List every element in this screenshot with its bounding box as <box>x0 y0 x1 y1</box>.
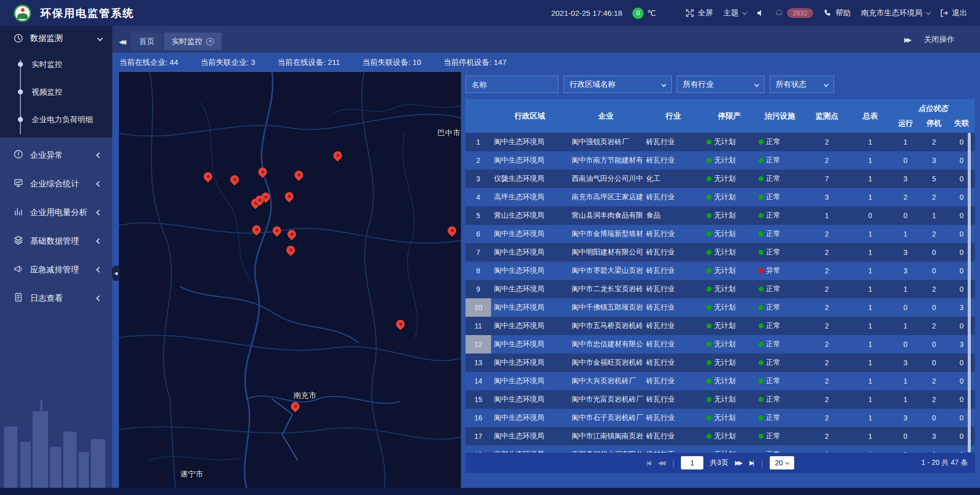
row-industry: 砖瓦行业 <box>643 151 703 170</box>
page-number-input[interactable] <box>681 456 703 469</box>
row-pollution-facility: 正常 <box>755 390 804 409</box>
sidebar-group-header-data-monitor[interactable]: 数据监测 <box>0 26 112 51</box>
row-region: 南部生态环境局 <box>491 445 569 453</box>
table-row[interactable]: 14 阆中生态环境局 阆中大兴页岩机砖厂 砖瓦行业 无计划 正常 2 1 1 2… <box>465 372 975 390</box>
table-row[interactable]: 5 营山生态环境局 营山县润丰肉食品有限 食品 无计划 正常 1 0 0 1 0 <box>465 206 975 225</box>
first-page-icon[interactable]: |◀ <box>646 459 651 466</box>
row-total-meter: 1 <box>849 243 891 262</box>
row-offline: 3 <box>948 298 975 317</box>
row-monitor-points: 2 <box>804 243 849 262</box>
row-pollution-facility: 正常 <box>755 225 804 243</box>
row-limit-production: 无计划 <box>703 409 755 427</box>
row-limit-production: 无计划 <box>703 170 755 188</box>
theme-dropdown[interactable]: 主题 <box>723 8 746 18</box>
table-row[interactable]: 18 南部生态环境局 南部县砌华水泥有限公 建材加工 无计划 正常 2 1 0 … <box>465 445 975 453</box>
status-dot <box>706 195 712 200</box>
row-industry: 砖瓦行业 <box>643 427 703 445</box>
sidebar-item[interactable]: 企业综合统计 <box>0 170 112 198</box>
row-industry: 砖瓦行业 <box>643 280 703 298</box>
status-dot <box>758 268 764 273</box>
phone-icon <box>823 9 832 17</box>
industry-filter-value: 所有行业 <box>683 80 714 89</box>
col-company: 企业 <box>569 99 643 133</box>
row-total-meter: 0 <box>849 206 891 225</box>
row-total-meter: 1 <box>849 335 891 353</box>
table-row[interactable]: 7 阆中生态环境局 阆中明阳建材有限公司 砖瓦行业 无计划 正常 2 1 3 0… <box>465 243 975 262</box>
table-row[interactable]: 17 阆中生态环境局 阆中市江南镇阆南页岩 砖瓦行业 无计划 正常 2 1 0 … <box>465 427 975 445</box>
row-company: 阆中市金博瑞新型墙材 <box>569 225 643 243</box>
table-row[interactable]: 6 阆中生态环境局 阆中市金博瑞新型墙材 砖瓦行业 无计划 正常 2 1 1 2… <box>465 225 975 243</box>
status-dot <box>758 158 764 163</box>
row-index: 9 <box>465 280 491 298</box>
sound-toggle[interactable] <box>756 9 765 17</box>
row-limit-production: 无计划 <box>703 353 755 372</box>
sidebar-submenu-item-item[interactable]: 视频监控 <box>0 78 112 106</box>
close-operations-button[interactable]: 关闭操作 <box>924 35 954 44</box>
table-row[interactable]: 12 阆中生态环境局 阆中市忠信建材有限公 砖瓦行业 无计划 正常 2 1 0 … <box>465 335 975 353</box>
table-row[interactable]: 15 阆中生态环境局 阆中市光富页岩机砖厂 砖瓦行业 无计划 正常 2 1 1 … <box>465 390 975 409</box>
row-running: 0 <box>891 445 920 453</box>
fullscreen-button[interactable]: 全屏 <box>685 8 713 18</box>
sidebar-item[interactable]: 企业用电量分析 <box>0 198 112 227</box>
logout-button[interactable]: 退出 <box>940 8 967 18</box>
sidebar-submenu-item-active[interactable]: 实时监控 <box>0 51 112 78</box>
row-offline: 0 <box>948 170 975 188</box>
last-page-icon[interactable]: ▶| <box>749 459 754 466</box>
table-row[interactable]: 16 阆中生态环境局 阆中市石子页岩机砖厂 砖瓦行业 无计划 正常 2 1 3 … <box>465 409 975 427</box>
table-row[interactable]: 4 高坪生态环境局 南充市高坪区王家店建 砖瓦行业 无计划 正常 3 1 2 2… <box>465 188 975 206</box>
row-monitor-points: 2 <box>804 372 849 390</box>
row-index: 18 <box>465 445 491 453</box>
table-row[interactable]: 10 阆中生态环境局 阆中千佛镇五郎垭页岩 砖瓦行业 无计划 正常 2 1 0 … <box>465 298 975 317</box>
status-dot <box>706 434 712 439</box>
row-company: 阆中明阳建材有限公司 <box>569 243 643 262</box>
help-button[interactable]: 帮助 <box>823 8 851 18</box>
row-running: 0 <box>891 427 920 445</box>
status-filter-select[interactable]: 所有状态 <box>770 76 834 93</box>
row-region: 阆中生态环境局 <box>491 335 569 353</box>
sidebar-item[interactable]: 日志查看 <box>0 284 112 313</box>
sidebar-item[interactable]: 基础数据管理 <box>0 227 112 255</box>
row-monitor-points: 2 <box>804 390 849 409</box>
tab-close-icon[interactable]: ✕ <box>206 38 214 45</box>
tabs-scroll-right-icon[interactable]: ▶▶ <box>904 36 910 43</box>
table-row[interactable]: 9 阆中生态环境局 阆中市二龙长宝页岩砖 砖瓦行业 无计划 正常 2 1 1 2… <box>465 280 975 298</box>
tab[interactable]: 实时监控 ✕ <box>164 33 222 50</box>
row-pollution-facility: 异常 <box>755 262 804 280</box>
sidebar-submenu-item-item[interactable]: 企业电力负荷明细 <box>0 106 112 133</box>
tabs-scroll-left-icon[interactable]: ◀◀ <box>119 38 124 45</box>
sidebar-collapse-handle[interactable]: ◀ <box>112 266 119 281</box>
table-row[interactable]: 8 阆中生态环境局 阆中市枣碧大梁山页岩 砖瓦行业 无计划 异常 2 1 3 0… <box>465 262 975 280</box>
page-size-select[interactable]: 20 <box>770 456 794 469</box>
region-filter-select[interactable]: 行政区域名称 <box>564 76 672 93</box>
prev-page-icon[interactable]: ◀◀ <box>658 459 666 466</box>
col-total-meter: 总表 <box>849 99 891 133</box>
name-filter-input[interactable] <box>465 76 558 93</box>
table-row[interactable]: 13 阆中生态环境局 阆中市金福旺页岩机砖 砖瓦行业 无计划 正常 2 1 3 … <box>465 353 975 372</box>
chevron-left-icon <box>96 295 102 301</box>
speaker-icon <box>756 9 765 17</box>
next-page-icon[interactable]: ▶▶ <box>735 459 743 466</box>
map[interactable]: 巴中市南充市遂宁市 <box>119 72 461 488</box>
industry-filter-select[interactable]: 所有行业 <box>677 76 765 93</box>
table-row[interactable]: 1 阆中生态环境局 阆中强锐页岩砖厂 砖瓦行业 无计划 正常 2 1 1 2 0 <box>465 133 975 151</box>
row-stopped: 2 <box>920 390 948 409</box>
filter-row: 行政区域名称 所有行业 所有状态 <box>465 76 975 93</box>
layers-icon <box>13 235 23 245</box>
row-index: 15 <box>465 390 491 409</box>
org-dropdown[interactable]: 南充市生态环境局 <box>861 8 929 18</box>
row-limit-production: 无计划 <box>703 335 755 353</box>
tab[interactable]: 首页 <box>131 33 162 50</box>
table-row[interactable]: 2 阆中生态环境局 阆中市南方节能建材有 砖瓦行业 无计划 正常 2 1 0 3… <box>465 151 975 170</box>
notifications[interactable]: 2632 <box>775 8 813 18</box>
logout-icon <box>940 9 948 17</box>
row-total-meter: 1 <box>849 427 891 445</box>
sidebar-item[interactable]: 企业异常 <box>0 141 112 170</box>
sidebar-item[interactable]: 应急减排管理 <box>0 255 112 284</box>
row-index: 12 <box>465 335 491 353</box>
table-row[interactable]: 3 仪陇生态环境局 西南油气田分公司川中 化工 无计划 正常 7 1 3 5 0 <box>465 170 975 188</box>
table-row[interactable]: 11 阆中生态环境局 阆中市五马桥页岩机砖 砖瓦行业 无计划 正常 2 1 1 … <box>465 317 975 335</box>
table-scrollbar[interactable] <box>968 133 971 453</box>
row-offline: 0 <box>948 317 975 335</box>
row-company: 阆中市南方节能建材有 <box>569 151 643 170</box>
row-offline: 0 <box>948 206 975 225</box>
